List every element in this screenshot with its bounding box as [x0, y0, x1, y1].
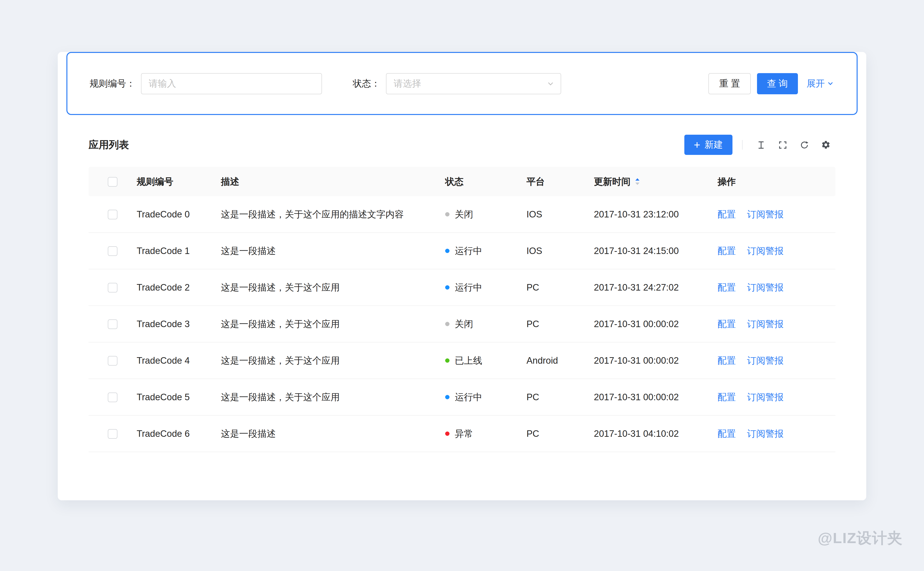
cell-actions: 配置 订阅警报: [717, 245, 836, 257]
cell-time: 2017-10-31 04:10:02: [594, 428, 717, 439]
status-dot: [445, 395, 450, 399]
cell-time: 2017-10-31 23:12:00: [594, 209, 717, 219]
cell-code: TradeCode 6: [137, 428, 221, 439]
row-checkbox[interactable]: [108, 356, 117, 365]
page-title: 应用列表: [88, 138, 129, 151]
expand-toggle[interactable]: 展开: [807, 77, 833, 90]
cell-actions: 配置 订阅警报: [717, 318, 836, 330]
cell-code: TradeCode 2: [137, 282, 221, 293]
config-link[interactable]: 配置: [717, 209, 736, 219]
config-link[interactable]: 配置: [717, 245, 736, 256]
header-platform: 平台: [527, 175, 594, 188]
row-checkbox[interactable]: [108, 319, 117, 329]
settings-icon[interactable]: [816, 135, 836, 154]
header-code: 规则编号: [137, 175, 221, 188]
rule-no-label: 规则编号：: [90, 77, 135, 90]
table-toolbar: + 新建: [684, 135, 836, 155]
subscribe-link[interactable]: 订阅警报: [747, 209, 784, 219]
cell-code: TradeCode 0: [137, 209, 221, 219]
status-dot: [445, 358, 450, 363]
config-link[interactable]: 配置: [717, 282, 736, 292]
toolbar-divider: [742, 140, 743, 150]
header-desc: 描述: [221, 175, 445, 188]
table-row: TradeCode 3 这是一段描述，关于这个应用 关闭 PC 2017-10-…: [88, 306, 836, 343]
table-row: TradeCode 2 这是一段描述，关于这个应用 运行中 PC 2017-10…: [88, 269, 836, 306]
cell-status: 运行中: [445, 281, 527, 294]
subscribe-link[interactable]: 订阅警报: [747, 319, 784, 329]
main-card: 规则编号： 状态： 请选择 重 置 查 询 展开: [58, 52, 866, 500]
app-table: 规则编号 描述 状态 平台 更新时间 操作: [88, 167, 836, 452]
status-text: 异常: [455, 427, 473, 440]
cell-desc: 这是一段描述，关于这个应用: [221, 391, 445, 403]
config-link[interactable]: 配置: [717, 392, 736, 402]
subscribe-link[interactable]: 订阅警报: [747, 282, 784, 292]
status-dot: [445, 212, 450, 216]
status-label: 状态：: [353, 77, 380, 90]
page: 规则编号： 状态： 请选择 重 置 查 询 展开: [0, 0, 924, 571]
chevron-down-icon: [547, 80, 554, 87]
subscribe-link[interactable]: 订阅警报: [747, 428, 784, 438]
status-text: 关闭: [455, 318, 473, 330]
subscribe-link[interactable]: 订阅警报: [747, 245, 784, 256]
cell-platform: PC: [527, 319, 594, 329]
cell-platform: PC: [527, 282, 594, 293]
row-checkbox[interactable]: [108, 210, 117, 219]
status-dot: [445, 432, 450, 436]
status-dot: [445, 285, 450, 290]
header-status: 状态: [445, 175, 527, 188]
density-icon[interactable]: [751, 135, 771, 154]
status-dot: [445, 322, 450, 326]
row-checkbox[interactable]: [108, 392, 117, 402]
status-select[interactable]: 请选择: [386, 73, 561, 94]
rule-no-input[interactable]: [141, 73, 322, 94]
cell-time: 2017-10-31 24:15:00: [594, 245, 717, 256]
reset-button[interactable]: 重 置: [709, 73, 751, 94]
table-header-row: 规则编号 描述 状态 平台 更新时间 操作: [88, 167, 836, 196]
status-text: 运行中: [455, 281, 482, 294]
query-button[interactable]: 查 询: [757, 73, 798, 94]
subscribe-link[interactable]: 订阅警报: [747, 392, 784, 402]
filter-actions: 重 置 查 询 展开: [709, 73, 833, 94]
chevron-down-icon: [827, 80, 833, 86]
config-link[interactable]: 配置: [717, 319, 736, 329]
cell-actions: 配置 订阅警报: [717, 281, 836, 294]
table-row: TradeCode 6 这是一段描述 异常 PC 2017-10-31 04:1…: [88, 416, 836, 452]
status-dot: [445, 249, 450, 253]
sort-carets-icon[interactable]: [635, 178, 640, 185]
cell-desc: 这是一段描述，关于这个应用: [221, 318, 445, 330]
plus-icon: +: [694, 139, 700, 150]
select-all-checkbox[interactable]: [108, 177, 117, 187]
cell-platform: PC: [527, 428, 594, 439]
cell-time: 2017-10-31 00:00:02: [594, 319, 717, 329]
config-link[interactable]: 配置: [717, 355, 736, 365]
cell-status: 异常: [445, 427, 527, 440]
cell-code: TradeCode 1: [137, 245, 221, 256]
row-checkbox[interactable]: [108, 429, 117, 438]
new-button-label: 新建: [705, 139, 723, 151]
expand-label: 展开: [807, 77, 825, 90]
subscribe-link[interactable]: 订阅警报: [747, 355, 784, 365]
status-text: 已上线: [455, 354, 482, 367]
status-text: 运行中: [455, 391, 482, 403]
new-button[interactable]: + 新建: [684, 135, 732, 155]
reload-icon[interactable]: [794, 135, 814, 154]
cell-status: 关闭: [445, 318, 527, 330]
status-text: 关闭: [455, 208, 473, 221]
cell-actions: 配置 订阅警报: [717, 208, 836, 221]
cell-desc: 这是一段描述，关于这个应用: [221, 281, 445, 294]
cell-actions: 配置 订阅警报: [717, 354, 836, 367]
table-row: TradeCode 4 这是一段描述，关于这个应用 已上线 Android 20…: [88, 343, 836, 379]
header-time-label: 更新时间: [594, 175, 630, 188]
cell-status: 已上线: [445, 354, 527, 367]
cell-desc: 这是一段描述，关于这个应用的描述文字内容: [221, 208, 445, 221]
header-action: 操作: [717, 175, 836, 188]
cell-desc: 这是一段描述，关于这个应用: [221, 354, 445, 367]
cell-actions: 配置 订阅警报: [717, 427, 836, 440]
header-time[interactable]: 更新时间: [594, 175, 717, 188]
config-link[interactable]: 配置: [717, 428, 736, 438]
fullscreen-icon[interactable]: [773, 135, 792, 154]
list-header-bar: 应用列表 + 新建: [88, 133, 836, 156]
cell-actions: 配置 订阅警报: [717, 391, 836, 403]
row-checkbox[interactable]: [108, 246, 117, 256]
row-checkbox[interactable]: [108, 282, 117, 292]
